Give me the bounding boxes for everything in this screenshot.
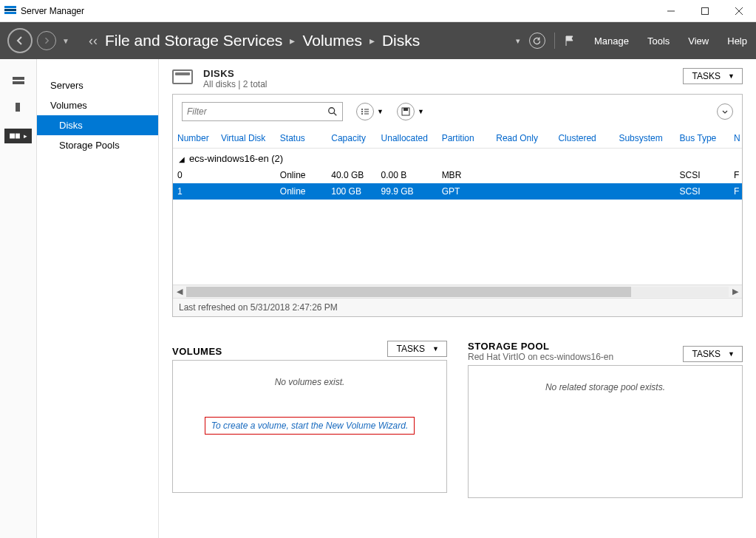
view-options-button[interactable]: [356, 103, 374, 120]
volumes-title: VOLUMES: [172, 346, 222, 357]
table-group-row[interactable]: ◢ecs-windows16-en (2): [173, 149, 742, 168]
notifications-flag-icon[interactable]: [564, 35, 576, 47]
collapse-triangle-icon: ◢: [179, 155, 185, 163]
chevron-down-icon[interactable]: ▼: [377, 108, 384, 115]
search-icon[interactable]: [327, 106, 338, 117]
disks-tasks-button[interactable]: TASKS ▼: [683, 68, 743, 84]
tasks-label: TASKS: [397, 344, 425, 354]
svg-rect-4: [13, 77, 24, 80]
svg-rect-18: [403, 108, 408, 111]
filter-input-wrapper: [182, 102, 343, 121]
horizontal-scrollbar[interactable]: ◀ ▶: [173, 285, 742, 298]
window-titlebar: Server Manager: [0, 0, 756, 22]
volumes-panel: VOLUMES TASKS ▼ No volumes exist. To cre…: [172, 341, 447, 498]
save-query-button[interactable]: [397, 103, 415, 120]
tasks-label: TASKS: [692, 349, 721, 359]
rail-servers-icon[interactable]: [12, 75, 25, 86]
svg-point-11: [361, 109, 363, 110]
rail-volumes-icon[interactable]: [12, 102, 25, 112]
col-capacity[interactable]: Capacity: [327, 129, 376, 149]
svg-point-12: [361, 111, 363, 112]
svg-rect-5: [13, 81, 24, 84]
chevron-down-icon: ▼: [728, 72, 735, 80]
table-row[interactable]: 1 Online 100 GB 99.9 GB GPT SCSI F: [173, 183, 742, 200]
menu-help[interactable]: Help: [727, 35, 747, 47]
breadcrumb-separator-icon: ▸: [370, 35, 375, 47]
svg-line-10: [334, 113, 337, 116]
expand-panel-button[interactable]: [717, 103, 733, 120]
maximize-button[interactable]: [688, 0, 722, 22]
breadcrumb-item[interactable]: Disks: [382, 32, 420, 50]
group-label: ecs-windows16-en (2): [189, 153, 283, 164]
col-status[interactable]: Status: [276, 129, 327, 149]
col-unallocated[interactable]: Unallocated: [377, 129, 437, 149]
col-partition[interactable]: Partition: [437, 129, 492, 149]
breadcrumb-item[interactable]: File and Storage Services: [105, 32, 282, 50]
sidebar-item-servers[interactable]: Servers: [37, 75, 158, 95]
breadcrumb-prefix-icon: ‹‹: [89, 33, 98, 49]
navigation-bar: ▼ ‹‹ File and Storage Services ▸ Volumes…: [0, 22, 756, 59]
breadcrumb: ‹‹ File and Storage Services ▸ Volumes ▸…: [89, 32, 420, 50]
svg-rect-8: [16, 134, 20, 139]
window-controls: [654, 0, 756, 22]
disks-title: DISKS: [203, 68, 672, 79]
breadcrumb-item[interactable]: Volumes: [302, 32, 362, 50]
refresh-button[interactable]: [529, 33, 545, 49]
nav-separator: [554, 33, 555, 49]
filter-input[interactable]: [187, 106, 327, 117]
storage-pool-empty-message: No related storage pool exists.: [476, 382, 735, 392]
menu-manage[interactable]: Manage: [594, 35, 629, 47]
table-row[interactable]: 0 Online 40.0 GB 0.00 B MBR SCSI F: [173, 167, 742, 183]
storage-pool-subtitle: Red Hat VirtIO on ecs-windows16-en: [468, 352, 613, 362]
chevron-down-icon: ▼: [728, 350, 735, 358]
nav-history-dropdown-icon[interactable]: ▼: [62, 37, 69, 45]
scroll-right-icon[interactable]: ▶: [729, 287, 742, 296]
app-icon: [4, 6, 16, 16]
col-clustered[interactable]: Clustered: [554, 129, 614, 149]
back-button[interactable]: [7, 28, 33, 53]
volumes-tasks-button[interactable]: TASKS ▼: [387, 341, 447, 357]
close-button[interactable]: [722, 0, 756, 22]
col-bus-type[interactable]: Bus Type: [675, 129, 729, 149]
col-subsystem[interactable]: Subsystem: [614, 129, 675, 149]
breadcrumb-separator-icon: ▸: [290, 35, 295, 47]
last-refreshed-status: Last refreshed on 5/31/2018 2:47:26 PM: [173, 298, 742, 316]
scrollbar-thumb[interactable]: [186, 287, 631, 297]
svg-point-9: [329, 108, 335, 114]
chevron-down-icon: ▼: [432, 345, 439, 353]
storage-pool-panel: STORAGE POOL Red Hat VirtIO on ecs-windo…: [468, 341, 743, 498]
sidebar-item-disks[interactable]: Disks: [37, 115, 158, 135]
rail-storage-icon[interactable]: ▸: [4, 129, 32, 143]
svg-rect-7: [10, 134, 15, 139]
sidebar: Servers Volumes Disks Storage Pools: [37, 59, 159, 538]
sidebar-item-storage-pools[interactable]: Storage Pools: [37, 135, 158, 155]
tasks-label: TASKS: [692, 71, 721, 81]
scroll-left-icon[interactable]: ◀: [173, 287, 186, 296]
menu-tools[interactable]: Tools: [647, 35, 670, 47]
disks-panel: ▼ ▼ Number: [172, 94, 743, 317]
nav-dropdown-icon[interactable]: ▾: [516, 36, 520, 46]
storage-pool-tasks-button[interactable]: TASKS ▼: [683, 346, 743, 362]
chevron-down-icon[interactable]: ▼: [418, 108, 424, 115]
app-title: Server Manager: [21, 6, 84, 16]
disks-table: Number Virtual Disk Status Capacity Unal…: [173, 129, 742, 285]
disks-section-icon: [172, 69, 193, 84]
svg-rect-6: [16, 103, 20, 112]
col-read-only[interactable]: Read Only: [491, 129, 554, 149]
menu-view[interactable]: View: [688, 35, 709, 47]
col-number[interactable]: Number: [173, 129, 217, 149]
forward-button[interactable]: [37, 31, 56, 50]
disks-subtitle: All disks | 2 total: [203, 79, 672, 89]
new-volume-wizard-link[interactable]: To create a volume, start the New Volume…: [205, 417, 415, 435]
icon-rail: ▸: [0, 59, 37, 538]
volumes-empty-message: No volumes exist.: [180, 377, 439, 387]
col-more[interactable]: N: [729, 129, 742, 149]
col-virtual-disk[interactable]: Virtual Disk: [217, 129, 276, 149]
storage-pool-title: STORAGE POOL: [468, 341, 613, 352]
minimize-button[interactable]: [654, 0, 688, 22]
sidebar-item-volumes[interactable]: Volumes: [37, 95, 158, 115]
svg-rect-1: [702, 7, 709, 14]
svg-point-13: [361, 113, 363, 115]
